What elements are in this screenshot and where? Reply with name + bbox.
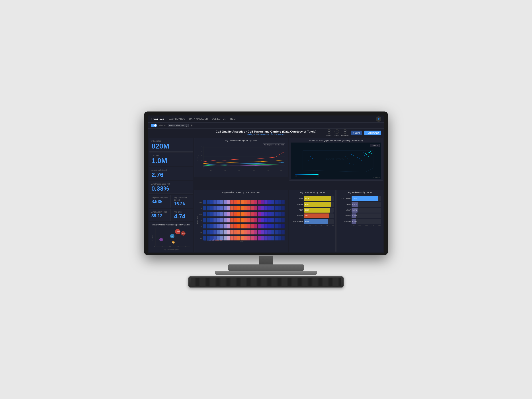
- latency-sprint-label: Sprint: [291, 197, 303, 200]
- svg-rect-132: [244, 212, 247, 216]
- add-chart-button[interactable]: + Add Chart: [364, 131, 381, 135]
- svg-rect-129: [234, 212, 237, 216]
- pktloss-tmobile-value: 0.29%: [352, 221, 357, 222]
- filter-add-icon[interactable]: ⊕: [190, 124, 193, 127]
- svg-rect-73: [207, 200, 210, 204]
- svg-rect-156: [244, 218, 247, 222]
- svg-rect-92: [271, 200, 274, 204]
- svg-rect-107: [241, 206, 244, 210]
- svg-rect-168: [203, 224, 206, 228]
- svg-text:United States: United States: [325, 157, 344, 161]
- svg-rect-218: [210, 236, 213, 240]
- svg-rect-153: [234, 218, 237, 222]
- svg-text:Day of Week: Day of Week: [196, 215, 198, 224]
- svg-rect-233: [261, 236, 264, 240]
- nav-data-manager[interactable]: DATA MANAGER: [189, 116, 208, 121]
- svg-rect-231: [254, 236, 257, 240]
- nav-dashboards[interactable]: DASHBOARDS: [169, 116, 185, 121]
- svg-rect-235: [268, 236, 271, 240]
- svg-text:Sat: Sat: [200, 231, 202, 233]
- metric-download-speed: Avg Download Speed 16.2k: [171, 195, 193, 208]
- metric-samples-value: 820M: [151, 143, 191, 150]
- svg-rect-222: [224, 236, 227, 240]
- line-chart-area: Feb 28, 2019 - Sep 01, 2019 Legend > 24k…: [196, 143, 286, 176]
- packet-loss-chart-title: Avg Packet Loss by Carrier: [338, 191, 381, 194]
- svg-rect-213: [275, 230, 278, 234]
- pktloss-x-axis: 0.0% 0.4% 0.8% 1.2% 1.6%: [338, 225, 381, 226]
- svg-rect-83: [241, 200, 244, 204]
- svg-rect-91: [268, 200, 271, 204]
- svg-rect-170: [210, 224, 213, 228]
- legend-button[interactable]: Legend >: [266, 143, 275, 146]
- svg-rect-161: [261, 218, 264, 222]
- duplicate-button[interactable]: ⧉ Duplicate: [341, 129, 348, 136]
- svg-point-58: [370, 151, 371, 152]
- pktloss-verizon-fill: 0.29%: [352, 214, 356, 218]
- save-button[interactable]: ▾ Save: [351, 131, 362, 135]
- latency-sprint-fill: 41.53: [304, 196, 331, 201]
- svg-rect-142: [278, 212, 281, 216]
- pktloss-tmobile-bar: T-Mobile 0.29%: [338, 219, 381, 224]
- latency-verizon-fill: 37.7: [304, 214, 329, 218]
- pktloss-verizon-label: Verizon: [338, 215, 351, 217]
- mapbox-attribution: © mapbox: [373, 177, 380, 178]
- pktloss-tmobile-track: 0.29%: [352, 219, 381, 224]
- dashboard-subtitle: tutela_us — 820,648,070 of 2,331,342,620: [247, 133, 285, 135]
- svg-rect-181: [247, 224, 250, 228]
- nav-right: 👤: [376, 116, 381, 122]
- latency-verizon-value: 37.7: [305, 215, 308, 216]
- latency-uscellular-bar: U.S. Cellular 36.98: [291, 219, 334, 224]
- user-icon[interactable]: 👤: [376, 116, 381, 122]
- latency-att-fill: 39.27: [304, 208, 330, 213]
- svg-rect-200: [230, 230, 234, 234]
- nav-sql-editor[interactable]: SQL EDITOR: [212, 116, 226, 121]
- svg-rect-139: [268, 212, 271, 216]
- pktloss-uscellular-fill: 1.63%: [352, 196, 378, 201]
- svg-point-39: [366, 154, 367, 155]
- monitor-foot: [215, 271, 317, 275]
- svg-rect-88: [258, 200, 261, 204]
- svg-rect-204: [244, 230, 247, 234]
- svg-rect-164: [271, 218, 274, 222]
- metrics-column: # Samples 820M # Towers 1.0M Avg Signal …: [149, 138, 193, 252]
- svg-text:Feb: Feb: [210, 170, 212, 171]
- monitor-neck: [259, 256, 273, 265]
- latency-chart-title: Avg Latency (ms) By Carrier: [291, 191, 334, 194]
- share-button[interactable]: ↗ Share: [334, 129, 339, 136]
- svg-rect-174: [224, 224, 227, 228]
- svg-rect-141: [275, 212, 278, 216]
- svg-rect-99: [214, 206, 216, 210]
- svg-point-38: [365, 153, 366, 154]
- zoom-label[interactable]: Zoom to: [370, 144, 380, 147]
- svg-point-40: [364, 155, 365, 156]
- svg-rect-160: [258, 218, 261, 222]
- svg-rect-78: [224, 200, 227, 204]
- svg-point-51: [353, 155, 354, 156]
- svg-rect-215: [281, 230, 284, 234]
- refresh-icon: ↻: [327, 129, 331, 134]
- svg-rect-101: [220, 206, 223, 210]
- pktloss-verizon-value: 0.29%: [352, 215, 357, 216]
- filter-toggle[interactable]: [151, 124, 157, 127]
- metric-jitter-label: Avg Jitter: [174, 211, 191, 213]
- line-chart-inner: Avg Download Throughput by Carrier Feb 2…: [194, 138, 288, 177]
- svg-rect-209: [261, 230, 264, 234]
- svg-text:Wed: Wed: [199, 213, 202, 215]
- svg-rect-95: [281, 200, 284, 204]
- svg-rect-87: [254, 200, 257, 204]
- svg-point-41: [367, 154, 368, 154]
- latency-uscellular-fill: 36.98: [304, 219, 328, 224]
- metric-towers-value: 1.0M: [151, 157, 191, 164]
- svg-point-46: [361, 160, 362, 161]
- metric-latency-value: 39.12: [151, 214, 168, 218]
- refresh-button[interactable]: ↻ Refresh: [326, 129, 332, 136]
- dashboard-title: Call Quality Analytics - Cell Towers and…: [216, 130, 316, 133]
- svg-rect-106: [237, 206, 240, 210]
- dashboard-grid: # Samples 820M # Towers 1.0M Avg Signal …: [148, 137, 384, 253]
- svg-rect-173: [220, 224, 223, 228]
- filter-select[interactable]: Default Filter Set (3): [168, 124, 189, 127]
- svg-text:24k: 24k: [201, 146, 203, 148]
- svg-text:5k: 5k: [154, 246, 155, 247]
- nav-help[interactable]: HELP: [230, 116, 236, 121]
- svg-rect-137: [261, 212, 264, 216]
